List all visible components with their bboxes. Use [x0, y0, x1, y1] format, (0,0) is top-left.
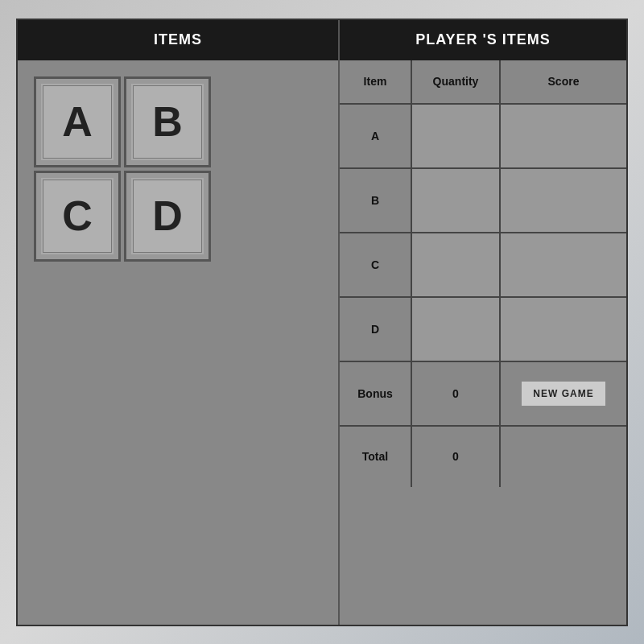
- row-b-label: B: [371, 194, 379, 207]
- item-tile-inner-d: D: [132, 179, 203, 254]
- col-score-header: Score: [501, 60, 626, 103]
- row-c-quantity: [412, 233, 501, 296]
- item-letter-a: A: [62, 97, 93, 146]
- quantity-col-label: Quantity: [433, 75, 479, 88]
- item-tile-c[interactable]: C: [34, 171, 121, 262]
- players-panel: Item Quantity Score A: [340, 60, 626, 625]
- header-row: ITEMS PLAYER 'S ITEMS: [18, 20, 626, 60]
- row-a-label: A: [371, 130, 379, 142]
- bonus-score-cell: NEW GAME: [501, 362, 626, 425]
- item-tile-inner-c: C: [42, 179, 113, 254]
- new-game-button[interactable]: NEW GAME: [520, 380, 606, 407]
- item-letter-c: C: [62, 192, 93, 240]
- items-grid: A B C D: [34, 76, 211, 262]
- item-tile-inner-b: B: [132, 85, 203, 159]
- row-c-label: C: [371, 258, 379, 271]
- row-a-score: [501, 105, 626, 167]
- header-items: ITEMS: [18, 20, 340, 60]
- bonus-label: Bonus: [357, 387, 393, 400]
- col-item-header: Item: [340, 60, 412, 103]
- item-letter-d: D: [152, 192, 183, 240]
- row-d-item: D: [340, 298, 412, 361]
- total-quantity-cell: 0: [412, 427, 501, 487]
- score-col-label: Score: [548, 75, 580, 88]
- table-row-d: D: [340, 298, 626, 362]
- total-row: Total 0: [340, 427, 626, 487]
- row-d-score: [501, 298, 626, 361]
- row-c-item: C: [340, 233, 412, 296]
- row-b-quantity: [412, 169, 501, 232]
- header-players: PLAYER 'S ITEMS: [340, 20, 626, 60]
- players-header-label: PLAYER 'S ITEMS: [415, 31, 551, 48]
- row-d-quantity: [412, 298, 501, 361]
- col-quantity-header: Quantity: [412, 60, 501, 103]
- bonus-quantity-value: 0: [452, 387, 459, 400]
- item-tile-b[interactable]: B: [124, 76, 211, 167]
- row-b-score: [501, 169, 626, 232]
- total-label: Total: [362, 450, 388, 463]
- table-header: Item Quantity Score: [340, 60, 626, 105]
- item-letter-b: B: [152, 97, 183, 146]
- main-container: ITEMS PLAYER 'S ITEMS A B: [16, 19, 628, 626]
- bonus-quantity-cell: 0: [412, 362, 501, 425]
- content-row: A B C D: [18, 60, 626, 625]
- item-tile-a[interactable]: A: [34, 76, 121, 167]
- total-item-cell: Total: [340, 427, 412, 487]
- total-score-cell: [501, 427, 626, 487]
- row-c-score: [501, 233, 626, 296]
- row-d-label: D: [371, 323, 379, 336]
- table-row-c: C: [340, 233, 626, 298]
- bonus-item-cell: Bonus: [340, 362, 412, 425]
- row-a-quantity: [412, 105, 501, 167]
- table-row-a: A: [340, 105, 626, 169]
- total-quantity-value: 0: [452, 450, 459, 463]
- item-tile-d[interactable]: D: [124, 171, 211, 262]
- row-b-item: B: [340, 169, 412, 232]
- item-col-label: Item: [364, 75, 387, 88]
- table-row-b: B: [340, 169, 626, 233]
- item-tile-inner-a: A: [42, 85, 113, 159]
- row-a-item: A: [340, 105, 412, 167]
- bonus-row: Bonus 0 NEW GAME: [340, 362, 626, 427]
- items-header-label: ITEMS: [154, 31, 202, 48]
- items-panel: A B C D: [18, 60, 340, 625]
